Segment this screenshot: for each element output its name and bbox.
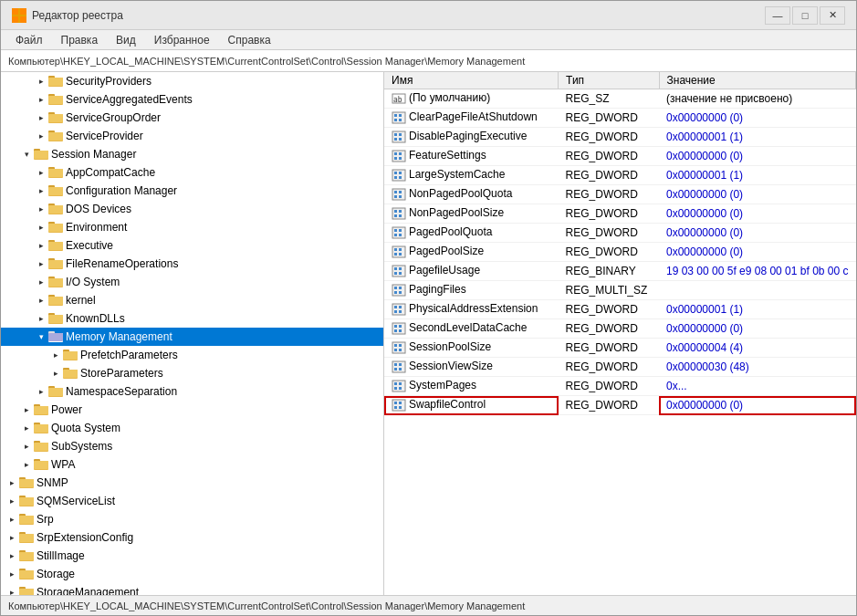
tree-expander[interactable]: ▸: [5, 494, 19, 508]
table-row[interactable]: LargeSystemCacheREG_DWORD0x00000001 (1): [384, 166, 856, 185]
table-row[interactable]: NonPagedPoolQuotaREG_DWORD0x00000000 (0): [384, 185, 856, 204]
menu-favorites[interactable]: Избранное: [147, 32, 217, 48]
tree-node[interactable]: ▸ kernel: [1, 291, 383, 309]
tree-node[interactable]: ▸ SQMServiceList: [1, 492, 383, 510]
table-row[interactable]: DisablePagingExecutiveREG_DWORD0x0000000…: [384, 128, 856, 147]
svg-rect-150: [399, 310, 402, 313]
tree-node[interactable]: ▸ SubSystems: [1, 437, 383, 455]
minimize-button[interactable]: —: [765, 6, 790, 25]
tree-expander[interactable]: ▸: [34, 92, 48, 107]
tree-node[interactable]: ▸ AppCompatCache: [1, 163, 383, 182]
tree-node[interactable]: ▸ DOS Devices: [1, 200, 383, 218]
table-row[interactable]: PagedPoolSizeREG_DWORD0x00000000 (0): [384, 243, 856, 262]
table-row[interactable]: FeatureSettingsREG_DWORD0x00000000 (0): [384, 147, 856, 166]
table-row[interactable]: PhysicalAddressExtensionREG_DWORD0x00000…: [384, 300, 856, 319]
maximize-button[interactable]: □: [792, 6, 818, 25]
tree-expander[interactable]: ▸: [19, 457, 34, 472]
tree-expander[interactable]: ▸: [19, 402, 34, 417]
tree-expander[interactable]: ▸: [34, 74, 48, 89]
tree-expander[interactable]: ▸: [5, 512, 19, 527]
svg-rect-116: [392, 189, 405, 200]
tree-expander[interactable]: ▸: [19, 439, 34, 454]
tree-node[interactable]: ▸ Srp: [1, 510, 383, 528]
menu-help[interactable]: Справка: [221, 32, 278, 48]
tree-expander[interactable]: ▸: [34, 256, 48, 271]
tree-node[interactable]: ▸ SrpExtensionConfig: [1, 528, 383, 547]
table-row[interactable]: SecondLevelDataCacheREG_DWORD0x00000000 …: [384, 319, 856, 339]
tree-node[interactable]: ▸ Executive: [1, 236, 383, 255]
tree-node[interactable]: ▸ KnownDLLs: [1, 309, 383, 328]
table-row[interactable]: PagefileUsageREG_BINARY19 03 00 00 5f e9…: [384, 262, 856, 281]
tree-expander[interactable]: ▾: [19, 147, 34, 162]
tree-expander[interactable]: ▸: [48, 348, 63, 362]
entry-type: REG_DWORD: [559, 377, 659, 396]
tree-expander[interactable]: ▸: [34, 202, 48, 216]
menu-file[interactable]: Файл: [8, 32, 50, 48]
svg-rect-134: [399, 248, 402, 251]
tree-node[interactable]: ▸ Configuration Manager: [1, 182, 383, 200]
table-row[interactable]: SessionPoolSizeREG_DWORD0x00000004 (4): [384, 339, 856, 358]
tree-node[interactable]: ▸ StillImage: [1, 547, 383, 565]
tree-node[interactable]: ▸ StoreParameters: [1, 364, 383, 382]
tree-node[interactable]: ▾ Memory Management: [1, 328, 383, 346]
tree-node-label: DOS Devices: [66, 203, 131, 215]
table-row[interactable]: ClearPageFileAtShutdownREG_DWORD0x000000…: [384, 109, 856, 128]
tree-node[interactable]: ▸ SecurityProviders: [1, 72, 383, 90]
tree-node-label: Configuration Manager: [66, 184, 177, 197]
tree-expander[interactable]: ▸: [5, 585, 19, 595]
tree-node[interactable]: ▸ SNMP: [1, 474, 383, 492]
tree-expander[interactable]: ▾: [34, 329, 48, 344]
tree-expander[interactable]: ▸: [34, 238, 48, 253]
tree-node[interactable]: ▸ Power: [1, 401, 383, 419]
table-row[interactable]: SystemPagesREG_DWORD0x...: [384, 377, 856, 396]
tree-expander[interactable]: ▸: [19, 421, 34, 435]
close-button[interactable]: ✕: [820, 6, 845, 25]
table-row[interactable]: NonPagedPoolSizeREG_DWORD0x00000000 (0): [384, 204, 856, 224]
tree-expander[interactable]: ▸: [34, 129, 48, 143]
svg-rect-144: [399, 287, 402, 289]
tree-node[interactable]: ▸ StorageManagement: [1, 583, 383, 595]
table-row[interactable]: ab (По умолчанию)REG_SZ(значение не прис…: [384, 89, 856, 109]
entry-value: 0x00000000 (0): [659, 243, 856, 262]
tree-node[interactable]: ▸ ServiceGroupOrder: [1, 109, 383, 127]
tree-node[interactable]: ▸ Storage: [1, 565, 383, 583]
tree-expander[interactable]: ▸: [48, 366, 63, 381]
tree-expander[interactable]: ▸: [34, 183, 48, 198]
table-row[interactable]: SwapfileControlREG_DWORD0x00000000 (0): [384, 396, 856, 415]
tree-node[interactable]: ▸ ServiceProvider: [1, 127, 383, 145]
tree-node[interactable]: ▸ I/O System: [1, 273, 383, 291]
table-row[interactable]: PagingFilesREG_MULTI_SZ: [384, 281, 856, 300]
folder-icon: [19, 586, 34, 595]
table-row[interactable]: SessionViewSizeREG_DWORD0x00000030 (48): [384, 358, 856, 377]
tree-node[interactable]: ▸ Quota System: [1, 419, 383, 437]
tree-expander[interactable]: ▸: [34, 275, 48, 289]
tree-node[interactable]: ▸ FileRenameOperations: [1, 255, 383, 273]
entry-name: FeatureSettings: [384, 147, 559, 166]
registry-table-container[interactable]: Имя Тип Значение ab (По умолчанию)REG_SZ…: [384, 72, 856, 595]
tree-expander[interactable]: ▸: [34, 220, 48, 235]
tree-node[interactable]: ▸ PrefetchParameters: [1, 346, 383, 364]
tree-expander[interactable]: ▸: [5, 567, 19, 581]
tree-node[interactable]: ▸ ServiceAggregatedEvents: [1, 90, 383, 109]
tree-expander[interactable]: ▸: [5, 530, 19, 545]
entry-type: REG_DWORD: [559, 243, 659, 262]
tree-node[interactable]: ▸ Environment: [1, 218, 383, 236]
tree-expander[interactable]: ▸: [34, 293, 48, 308]
svg-rect-105: [399, 138, 402, 141]
tree-expander[interactable]: ▸: [34, 311, 48, 326]
tree-container[interactable]: ▸ SecurityProviders ▸ ServiceAggregatedE: [1, 72, 383, 595]
menu-view[interactable]: Вид: [109, 32, 143, 48]
tree-node[interactable]: ▸ WPA: [1, 455, 383, 474]
tree-expander[interactable]: ▸: [34, 384, 48, 399]
entry-value: 0x00000000 (0): [659, 109, 856, 128]
tree-expander[interactable]: ▸: [34, 165, 48, 180]
tree-expander[interactable]: ▸: [5, 475, 19, 490]
svg-rect-9: [48, 96, 63, 104]
menu-edit[interactable]: Правка: [54, 32, 106, 48]
tree-node[interactable]: ▸ NamespaceSeparation: [1, 382, 383, 401]
tree-expander[interactable]: ▸: [34, 110, 48, 125]
table-row[interactable]: PagedPoolQuotaREG_DWORD0x00000000 (0): [384, 224, 856, 243]
tree-node[interactable]: ▾ Session Manager: [1, 145, 383, 163]
folder-icon: [48, 385, 63, 398]
tree-expander[interactable]: ▸: [5, 548, 19, 563]
